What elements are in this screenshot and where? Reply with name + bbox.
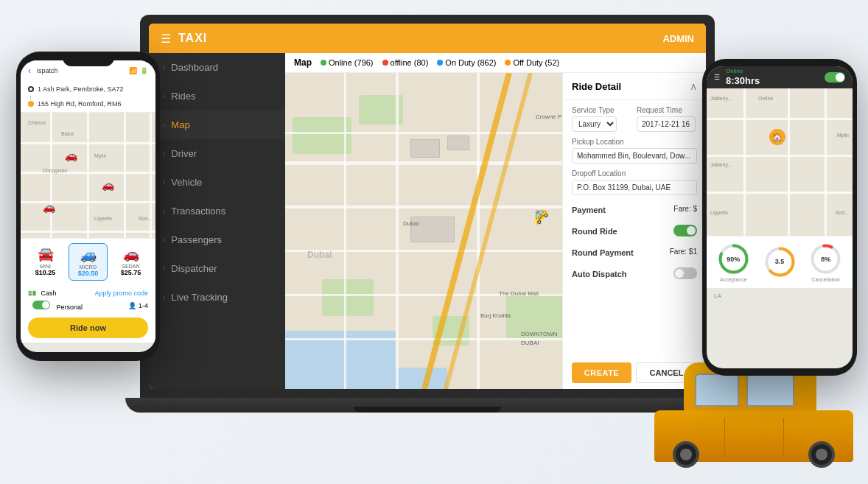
sedan-car-icon: 🚗 (113, 246, 148, 262)
map-place-label: Chance (28, 120, 46, 125)
chevron-right-icon: › (163, 92, 165, 100)
road (285, 338, 562, 340)
service-type-select[interactable]: Laxury (572, 116, 617, 132)
personal-row: Personal 👤 1-4 (28, 301, 148, 311)
la-label: LA (714, 292, 721, 299)
app-header: ☰ TAXI ADMIN (149, 24, 706, 53)
round-ride-toggle[interactable] (673, 225, 697, 236)
map-place: Jableriy... (710, 162, 732, 167)
bottom-bar: 💵 Cash Apply promo code Personal 👤 1-4 R… (21, 285, 155, 343)
chevron-right-icon: › (163, 293, 165, 301)
driver-road (788, 88, 790, 236)
request-time-input[interactable] (637, 116, 696, 132)
sidebar-item-map[interactable]: › Map (149, 111, 285, 139)
sidebar-item-live-tracking[interactable]: › Live Tracking (149, 283, 285, 312)
request-time-field: Request Time (637, 106, 697, 132)
stats-row: 90% Acceptance 3.5 (707, 236, 853, 288)
service-request-row: Service Type Laxury Request Time (572, 106, 697, 138)
create-button[interactable]: CREATE (572, 362, 631, 383)
map-place-label: Balce (61, 131, 74, 136)
cancellation-value: 8% (821, 256, 830, 263)
rear-wheel (808, 441, 835, 468)
phone-road (50, 113, 52, 238)
auto-dispatch-row: Auto Dispatch (572, 265, 697, 281)
driver-online-toggle[interactable] (825, 72, 845, 83)
map-place: Sod... (836, 210, 849, 215)
acceptance-stat: 90% Acceptance (713, 242, 755, 282)
door-line (783, 418, 784, 458)
acceptance-circle: 90% (717, 242, 750, 276)
dispatch-label: ispatch (37, 67, 58, 74)
phone-road (124, 113, 126, 238)
address-from: 1 Ash Park, Pembroke, SA72 (28, 85, 148, 93)
collapse-icon[interactable]: ∧ (690, 80, 697, 92)
green-area (293, 117, 351, 154)
road (285, 206, 562, 208)
panel-title: Ride Detail (572, 81, 621, 92)
road (285, 250, 562, 252)
sidebar-item-driver[interactable]: › Driver (149, 139, 285, 168)
road (285, 294, 562, 296)
dropoff-field: Dropoff Location (572, 169, 697, 195)
driver-map-bg: Jableriy... Online Jableriy... Mylin Lip… (707, 88, 853, 236)
hamburger-icon-driver[interactable]: ☰ (714, 74, 720, 81)
service-type-field: Service Type Laxury (572, 106, 632, 132)
chevron-right-icon: › (163, 207, 165, 215)
panel-content: Service Type Laxury Request Time (563, 100, 706, 292)
off-duty-dot (505, 60, 511, 66)
cancellation-stat: 8% Cancellation (805, 242, 847, 282)
road (285, 132, 562, 134)
pickup-field: Pickup Location (572, 138, 697, 164)
cancellation-circle: 8% (809, 242, 842, 276)
person-icon: 👤 (128, 302, 136, 309)
dropoff-input[interactable] (572, 180, 697, 195)
car-chassis (654, 410, 853, 462)
sidebar-item-rides[interactable]: › Rides (149, 82, 285, 111)
phone-notch (63, 52, 114, 66)
app-body: › Dashboard › Rides › Map › Driver (149, 53, 706, 389)
chevron-right-icon: › (163, 264, 165, 273)
vehicle-card-sedan[interactable]: 🚗 SEDAN $25.75 (112, 243, 150, 281)
sidebar-item-vehicle[interactable]: › Vehicle (149, 168, 285, 197)
sidebar-item-dashboard[interactable]: › Dashboard (149, 53, 285, 82)
driver-road (707, 155, 853, 157)
map-label-crowne: Crowne Plaza Dubai (536, 113, 562, 120)
map-place: Lippetts (710, 210, 729, 215)
map-status-bar: Map Online (796) offline (80) On Duty (8… (285, 53, 706, 73)
chevron-right-icon: › (163, 150, 165, 158)
phone-right: ☰ Online 8:30hrs Jableriy... Online Jabl… (702, 59, 857, 376)
auto-dispatch-toggle[interactable] (673, 267, 697, 279)
vehicle-card-mini[interactable]: 🚘 MINI $10.25 (27, 243, 64, 281)
hamburger-icon[interactable]: ☰ (161, 32, 171, 46)
door-line (724, 418, 725, 458)
map-label: Map (294, 57, 312, 68)
driver-road (707, 192, 853, 194)
laptop-body: ☰ TAXI ADMIN › Dashboard › Rides (140, 15, 715, 398)
promo-link[interactable]: Apply promo code (94, 290, 148, 297)
personal-toggle[interactable] (32, 301, 50, 309)
back-icon[interactable]: ‹ (28, 66, 31, 76)
driver-map: Jableriy... Online Jableriy... Mylin Lip… (707, 88, 853, 236)
chevron-right-icon: › (163, 121, 165, 129)
sidebar-item-transactions[interactable]: › Transactions (149, 197, 285, 225)
phone-road (87, 113, 89, 238)
ride-now-button[interactable]: Ride now (28, 318, 148, 338)
sidebar-item-dispatcher[interactable]: › Dispatcher (149, 254, 285, 283)
map-place: Jableriy... (710, 96, 732, 101)
phone-top-icons: 📶 🔋 (129, 67, 148, 74)
building (410, 139, 440, 158)
map-container: TRADE CENTRE Crowne Plaza Dubai Nad Al S… (285, 73, 562, 389)
green-area (506, 294, 562, 338)
phone-address-bar: 1 Ash Park, Pembroke, SA72 155 High Rd, … (21, 81, 155, 113)
stats-footer: LA (707, 288, 853, 304)
rating-circle: 3.5 (763, 245, 797, 278)
wifi-icon: 📶 (129, 67, 137, 74)
sidebar-item-passengers[interactable]: › Passengers (149, 225, 285, 254)
pickup-input[interactable] (572, 148, 697, 164)
vehicle-card-micro[interactable]: 🚙 MICRO $20.50 (69, 243, 108, 281)
map-place-label: Chrzypsko (43, 168, 67, 173)
driver-time: 8:30hrs (726, 75, 760, 87)
road (477, 73, 480, 389)
map-place: Mylin (837, 133, 849, 138)
phone-map-bg: 🚗 🚗 🚗 Chance Balce Chrzypsko Mylin Lippe… (21, 113, 155, 238)
